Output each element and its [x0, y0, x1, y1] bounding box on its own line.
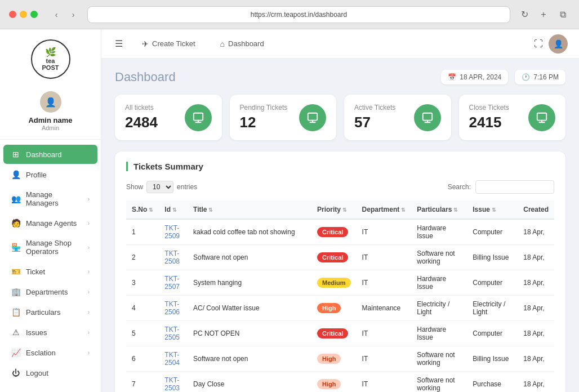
new-tab-button[interactable]: + — [536, 7, 551, 22]
ticket-icon: 🎫 — [11, 267, 20, 276]
dashboard-nav-label: Dashboard — [228, 39, 264, 48]
time-pill: 🕐 7:16 PM — [515, 70, 565, 84]
logo-area: 🌿 tea POST — [0, 29, 101, 86]
sidebar-item-dashboard[interactable]: ⊞ Dashboard — [3, 145, 97, 164]
ticket-id-link[interactable]: TKT-2504 — [164, 351, 180, 367]
top-bar: ☰ ✈ Create Ticket ⌂ Dashboard ⛶ 👤 — [101, 29, 579, 59]
cell-department: IT — [357, 270, 412, 296]
entries-select[interactable]: 10 25 50 — [146, 181, 173, 193]
create-ticket-button[interactable]: ✈ Create Ticket — [134, 36, 203, 52]
svg-rect-1 — [308, 113, 318, 120]
traffic-lights — [9, 11, 38, 18]
sidebar-item-particulars[interactable]: 📋 Particulars › — [3, 302, 97, 322]
user-avatar[interactable]: 👤 — [549, 34, 568, 54]
table-row: 4 TKT-2506 AC/ Cool Watter issue High Ma… — [126, 296, 554, 321]
nav-arrows: ‹ › — [49, 7, 81, 22]
traffic-light-yellow[interactable] — [20, 11, 27, 18]
sidebar-item-manage-agents[interactable]: 🧑 Manage Agents › — [3, 213, 97, 233]
col-title: Title⇅ — [188, 201, 311, 219]
cell-priority: Critical — [311, 245, 357, 270]
cell-department: IT — [357, 219, 412, 245]
browser-chrome: ‹ › https://crm.teapost.in/dashboard ↻ +… — [0, 0, 579, 29]
sidebar-item-profile[interactable]: 👤 Profile — [3, 165, 97, 184]
sidebar-item-label: Dashboard — [26, 150, 62, 159]
sidebar-item-escalation[interactable]: 📈 Esclation › — [3, 343, 97, 362]
escalation-icon: 📈 — [11, 348, 20, 357]
table-body: 1 TKT-2509 kakad cold coffee tab not sho… — [126, 219, 554, 392]
cell-id: TKT-2503 — [159, 372, 188, 393]
svg-rect-2 — [422, 113, 432, 120]
sidebar-item-manage-managers[interactable]: 👥 Manage Managers › — [3, 185, 97, 212]
cell-id: TKT-2504 — [159, 346, 188, 372]
ticket-id-link[interactable]: TKT-2508 — [164, 250, 180, 265]
cell-created: 18 Apr, — [518, 219, 554, 245]
tickets-summary-card: Tickets Summary Show 10 25 50 entries Se… — [115, 152, 565, 392]
address-bar[interactable]: https://crm.teapost.in/dashboard — [87, 6, 510, 23]
svg-rect-3 — [537, 113, 547, 120]
cell-sno: 4 — [126, 296, 159, 321]
section-title: Tickets Summary — [126, 162, 554, 171]
logo-text-line1: tea — [46, 57, 55, 64]
dashboard-meta: 📅 18 APR, 2024 🕐 7:16 PM — [441, 70, 565, 84]
sidebar-item-manage-shop-operators[interactable]: 🏪 Manage Shop Operators › — [3, 234, 97, 261]
cell-sno: 5 — [126, 321, 159, 346]
sidebar-item-label: Manage Managers — [26, 190, 82, 207]
cell-created: 18 Apr, — [518, 270, 554, 296]
ticket-id-link[interactable]: TKT-2503 — [164, 376, 180, 392]
ticket-id-link[interactable]: TKT-2509 — [164, 224, 180, 240]
expand-button[interactable]: ⛶ — [534, 39, 543, 49]
cell-sno: 3 — [126, 270, 159, 296]
table-controls: Show 10 25 50 entries Search: — [126, 180, 554, 194]
ticket-id-link[interactable]: TKT-2507 — [164, 275, 180, 291]
dashboard-nav-button[interactable]: ⌂ Dashboard — [212, 36, 272, 52]
sidebar-item-issues[interactable]: ⚠ Issues › — [3, 323, 97, 342]
cell-department: IT — [357, 372, 412, 393]
cell-id: TKT-2508 — [159, 245, 188, 270]
sidebar-item-logout[interactable]: ⏻ Logout — [3, 363, 97, 382]
search-input[interactable] — [475, 180, 554, 194]
hamburger-button[interactable]: ☰ — [113, 36, 125, 51]
ticket-id-link[interactable]: TKT-2506 — [164, 300, 180, 316]
back-button[interactable]: ‹ — [49, 7, 64, 22]
ticket-id-link[interactable]: TKT-2505 — [164, 326, 180, 341]
cell-title: Software not open — [188, 346, 311, 372]
show-entries: Show 10 25 50 entries — [126, 181, 197, 193]
cell-issue: Computer — [467, 219, 518, 245]
forward-button[interactable]: › — [66, 7, 81, 22]
cell-created: 18 Apr, — [518, 372, 554, 393]
stat-icon — [299, 104, 326, 131]
stat-card-closed: Close Tickets 2415 — [459, 95, 566, 140]
traffic-light-green[interactable] — [30, 11, 38, 18]
cell-issue: Billing Issue — [467, 245, 518, 270]
table-row: 1 TKT-2509 kakad cold coffee tab not sho… — [126, 219, 554, 245]
cell-priority: Critical — [311, 219, 357, 245]
cell-issue: Purchase — [467, 372, 518, 393]
chevron-right-icon: › — [88, 350, 90, 356]
show-label: Show — [126, 183, 143, 191]
admin-area: 👤 Admin name Admin — [0, 86, 101, 140]
top-bar-right: ⛶ 👤 — [534, 34, 568, 54]
stat-value: 2484 — [125, 114, 158, 131]
dashboard-icon: ⊞ — [11, 150, 20, 159]
main-content: ☰ ✈ Create Ticket ⌂ Dashboard ⛶ 👤 Dashbo… — [101, 29, 579, 392]
refresh-button[interactable]: ↻ — [517, 7, 532, 22]
sidebar-item-label: Manage Agents — [26, 219, 77, 228]
stat-label: Pending Tickets — [240, 104, 288, 112]
dashboard-nav-icon: ⌂ — [220, 39, 225, 48]
sidebar-item-label: Esclation — [26, 349, 56, 357]
sidebar-item-departments[interactable]: 🏢 Departments › — [3, 282, 97, 301]
cell-issue: Electricity / Light — [467, 296, 518, 321]
traffic-light-red[interactable] — [9, 11, 16, 18]
priority-badge: High — [317, 303, 341, 313]
cell-priority: High — [311, 296, 357, 321]
url-text: https://crm.teapost.in/dashboard — [251, 11, 347, 19]
duplicate-tab-button[interactable]: ⧉ — [555, 7, 570, 22]
sidebar-item-ticket[interactable]: 🎫 Ticket › — [3, 262, 97, 281]
dashboard-body: Dashboard 📅 18 APR, 2024 🕐 7:16 PM — [101, 59, 579, 392]
admin-role: Admin — [42, 124, 59, 131]
cell-particulars: Software not working — [411, 346, 467, 372]
date-pill: 📅 18 APR, 2024 — [441, 70, 508, 84]
sidebar-nav: ⊞ Dashboard 👤 Profile 👥 Manage Managers … — [0, 140, 101, 387]
svg-rect-0 — [193, 113, 203, 120]
table-row: 2 TKT-2508 Software not open Critical IT… — [126, 245, 554, 270]
